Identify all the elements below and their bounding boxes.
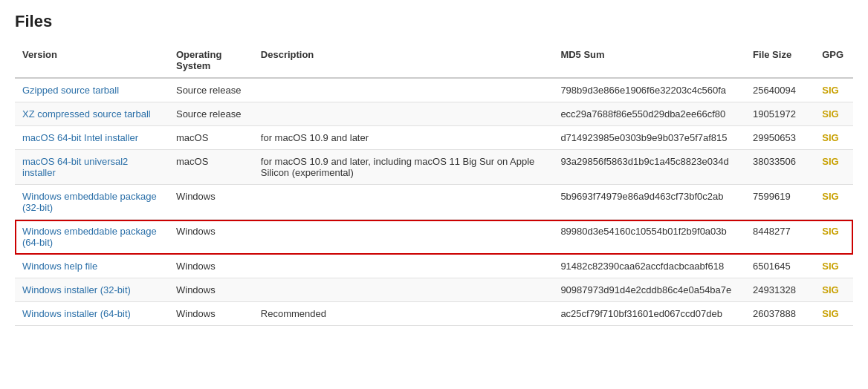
sig-link[interactable]: SIG [822, 108, 838, 120]
cell-gpg: SIG [814, 150, 853, 185]
cell-description [253, 278, 554, 302]
cell-version: Windows installer (64-bit) [15, 302, 169, 326]
sig-link[interactable]: SIG [822, 85, 838, 96]
cell-version: Gzipped source tarball [15, 78, 169, 102]
cell-filesize: 19051972 [745, 102, 814, 126]
file-link[interactable]: Windows installer (32-bit) [22, 284, 131, 295]
file-link[interactable]: macOS 64-bit universal2 installer [22, 156, 128, 178]
cell-version: macOS 64-bit universal2 installer [15, 150, 169, 185]
table-row: Windows embeddable package (32-bit)Windo… [15, 185, 853, 220]
cell-md5: ecc29a7688f86e550d29dba2ee66cf80 [553, 102, 745, 126]
cell-description [253, 255, 554, 278]
cell-os: Windows [169, 220, 253, 255]
cell-filesize: 38033506 [745, 150, 814, 185]
sig-link[interactable]: SIG [822, 191, 838, 202]
cell-gpg: SIG [814, 78, 853, 102]
cell-md5: 93a29856f5863d1b9c1a45c8823e034d [553, 150, 745, 185]
cell-gpg: SIG [814, 255, 853, 278]
header-gpg: GPG [814, 43, 853, 78]
cell-version: Windows help file [15, 255, 169, 278]
cell-md5: 90987973d91d4e2cddb86c4e0a54ba7e [553, 278, 745, 302]
cell-gpg: SIG [814, 185, 853, 220]
sig-link[interactable]: SIG [822, 261, 838, 272]
cell-os: Windows [169, 302, 253, 326]
file-link[interactable]: XZ compressed source tarball [22, 108, 151, 120]
cell-md5: 91482c82390caa62accfdacbcaabf618 [553, 255, 745, 278]
table-row: Windows embeddable package (64-bit)Windo… [15, 220, 853, 255]
header-md5: MD5 Sum [553, 43, 745, 78]
table-header: Version OperatingSystem Description MD5 … [15, 43, 853, 78]
cell-gpg: SIG [814, 126, 853, 150]
table-row: Windows installer (32-bit)Windows9098797… [15, 278, 853, 302]
sig-link[interactable]: SIG [822, 132, 838, 143]
cell-md5: 5b9693f74979e86a9d463cf73bf0c2ab [553, 185, 745, 220]
cell-os: Windows [169, 185, 253, 220]
header-description: Description [253, 43, 554, 78]
cell-md5: 798b9d3e866e1906f6e32203c4c560fa [553, 78, 745, 102]
header-version: Version [15, 43, 169, 78]
cell-os: Windows [169, 255, 253, 278]
table-row: macOS 64-bit universal2 installermacOSfo… [15, 150, 853, 185]
cell-gpg: SIG [814, 220, 853, 255]
cell-filesize: 7599619 [745, 185, 814, 220]
cell-md5: ac25cf79f710bf31601ed067ccd07deb [553, 302, 745, 326]
cell-version: Windows embeddable package (32-bit) [15, 185, 169, 220]
cell-description: for macOS 10.9 and later, including macO… [253, 150, 554, 185]
cell-version: Windows installer (32-bit) [15, 278, 169, 302]
table-row: Windows installer (64-bit)WindowsRecomme… [15, 302, 853, 326]
cell-description [253, 185, 554, 220]
cell-os: macOS [169, 126, 253, 150]
cell-description: Recommended [253, 302, 554, 326]
cell-filesize: 25640094 [745, 78, 814, 102]
cell-gpg: SIG [814, 102, 853, 126]
files-table: Version OperatingSystem Description MD5 … [15, 43, 853, 326]
cell-filesize: 6501645 [745, 255, 814, 278]
page-title: Files [15, 12, 853, 31]
table-row: macOS 64-bit Intel installermacOSfor mac… [15, 126, 853, 150]
cell-version: macOS 64-bit Intel installer [15, 126, 169, 150]
cell-description [253, 220, 554, 255]
cell-version: Windows embeddable package (64-bit) [15, 220, 169, 255]
file-link[interactable]: Gzipped source tarball [22, 85, 119, 96]
cell-filesize: 26037888 [745, 302, 814, 326]
cell-description [253, 78, 554, 102]
file-link[interactable]: macOS 64-bit Intel installer [22, 132, 138, 143]
table-body: Gzipped source tarballSource release798b… [15, 78, 853, 326]
table-row: Windows help fileWindows91482c82390caa62… [15, 255, 853, 278]
file-link[interactable]: Windows installer (64-bit) [22, 308, 131, 319]
file-link[interactable]: Windows embeddable package (64-bit) [22, 226, 157, 248]
cell-version: XZ compressed source tarball [15, 102, 169, 126]
cell-gpg: SIG [814, 302, 853, 326]
table-row: XZ compressed source tarballSource relea… [15, 102, 853, 126]
header-os: OperatingSystem [169, 43, 253, 78]
sig-link[interactable]: SIG [822, 156, 838, 167]
file-link[interactable]: Windows help file [22, 261, 97, 272]
sig-link[interactable]: SIG [822, 308, 838, 319]
cell-filesize: 24931328 [745, 278, 814, 302]
header-filesize: File Size [745, 43, 814, 78]
cell-gpg: SIG [814, 278, 853, 302]
sig-link[interactable]: SIG [822, 226, 838, 237]
cell-md5: d714923985e0303b9e9b037e5f7af815 [553, 126, 745, 150]
cell-os: Source release [169, 78, 253, 102]
cell-os: Windows [169, 278, 253, 302]
table-row: Gzipped source tarballSource release798b… [15, 78, 853, 102]
sig-link[interactable]: SIG [822, 284, 838, 295]
cell-os: Source release [169, 102, 253, 126]
cell-os: macOS [169, 150, 253, 185]
cell-md5: 89980d3e54160c10554b01f2b9f0a03b [553, 220, 745, 255]
file-link[interactable]: Windows embeddable package (32-bit) [22, 191, 157, 213]
cell-description: for macOS 10.9 and later [253, 126, 554, 150]
cell-filesize: 29950653 [745, 126, 814, 150]
cell-description [253, 102, 554, 126]
cell-filesize: 8448277 [745, 220, 814, 255]
